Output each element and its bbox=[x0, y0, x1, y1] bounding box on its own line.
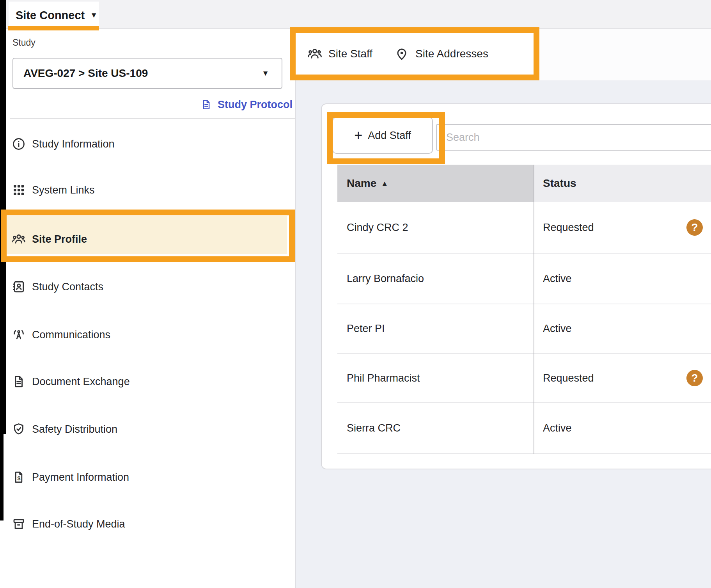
svg-text:$: $ bbox=[17, 475, 20, 481]
invoice-icon: $ bbox=[12, 470, 26, 484]
sidebar-item-label: End-of-Study Media bbox=[32, 518, 125, 530]
table-header-name[interactable]: Name ▲ bbox=[337, 165, 534, 202]
status-help-icon[interactable]: ? bbox=[686, 370, 703, 386]
map-pin-icon bbox=[394, 46, 409, 61]
sidebar-item-document-exchange[interactable]: Document Exchange bbox=[12, 372, 287, 391]
top-strip bbox=[0, 0, 711, 29]
people-group-icon bbox=[12, 232, 26, 246]
status-help-icon[interactable]: ? bbox=[686, 219, 703, 236]
add-staff-button[interactable]: + Add Staff bbox=[332, 117, 433, 154]
active-tab-underline bbox=[8, 26, 99, 30]
sidebar-item-communications[interactable]: Communications bbox=[12, 325, 287, 344]
people-group-icon bbox=[307, 46, 322, 61]
staff-search-input[interactable] bbox=[436, 124, 711, 151]
staff-status: Requested bbox=[543, 202, 594, 253]
table-row[interactable]: Phil Pharmacist Requested ? bbox=[337, 354, 711, 403]
table-column-divider bbox=[534, 165, 534, 454]
document-icon bbox=[200, 98, 212, 112]
info-circle-icon bbox=[12, 137, 26, 151]
sidebar-item-label: Payment Information bbox=[32, 471, 129, 483]
screen-edge-bar bbox=[0, 434, 4, 520]
study-label: Study bbox=[12, 37, 35, 48]
screen-edge-bar bbox=[0, 0, 6, 434]
staff-status: Active bbox=[543, 254, 572, 304]
table-header-status[interactable]: Status bbox=[534, 165, 711, 202]
staff-name: Sierra CRC bbox=[347, 403, 401, 453]
staff-name: Phil Pharmacist bbox=[347, 354, 420, 402]
site-connect-product-tab[interactable]: Site Connect ▼ bbox=[9, 2, 99, 29]
sort-ascending-icon: ▲ bbox=[381, 179, 388, 188]
add-staff-label: Add Staff bbox=[368, 130, 411, 142]
table-row[interactable]: Sierra CRC Active bbox=[337, 403, 711, 454]
staff-name: Peter PI bbox=[347, 304, 385, 353]
sidebar-rule bbox=[10, 118, 295, 119]
sidebar-item-system-links[interactable]: System Links bbox=[12, 181, 287, 199]
study-selector[interactable]: AVEG-027 > Site US-109 ▼ bbox=[12, 58, 282, 89]
sidebar-item-label: System Links bbox=[32, 184, 95, 196]
sidebar-item-end-of-study-media[interactable]: End-of-Study Media bbox=[12, 515, 287, 533]
tab-label: Site Staff bbox=[328, 48, 372, 60]
staff-status: Active bbox=[543, 403, 572, 453]
study-protocol-link[interactable]: Study Protocol bbox=[179, 96, 293, 113]
sidebar-item-label: Study Information bbox=[32, 138, 115, 150]
table-row[interactable]: Larry Bornafacio Active bbox=[337, 254, 711, 304]
grid-icon bbox=[12, 183, 26, 197]
sidebar-item-label: Site Profile bbox=[32, 233, 87, 245]
archive-box-icon bbox=[12, 517, 26, 531]
sidebar-item-site-profile[interactable]: Site Profile bbox=[12, 230, 287, 249]
staff-name: Larry Bornafacio bbox=[347, 254, 424, 304]
tab-label: Site Addresses bbox=[415, 48, 488, 60]
staff-status: Requested bbox=[543, 354, 594, 402]
staff-name: Cindy CRC 2 bbox=[347, 202, 408, 253]
sidebar-item-label: Study Contacts bbox=[32, 281, 103, 293]
sidebar-item-payment-information[interactable]: $ Payment Information bbox=[12, 468, 287, 487]
broadcast-icon bbox=[12, 328, 26, 342]
study-protocol-label: Study Protocol bbox=[218, 99, 293, 111]
tab-site-addresses[interactable]: Site Addresses bbox=[394, 46, 488, 61]
sidebar-item-label: Safety Distribution bbox=[32, 423, 117, 435]
column-label: Status bbox=[543, 177, 576, 190]
table-row[interactable]: Peter PI Active bbox=[337, 304, 711, 354]
contact-card-icon bbox=[12, 280, 26, 294]
shield-check-icon bbox=[12, 422, 26, 436]
plus-icon: + bbox=[354, 128, 362, 142]
study-selector-value: AVEG-027 > Site US-109 bbox=[23, 67, 148, 80]
sidebar-item-study-contacts[interactable]: Study Contacts bbox=[12, 277, 287, 296]
column-label: Name bbox=[347, 177, 376, 190]
document-icon bbox=[12, 375, 26, 389]
chevron-down-icon: ▼ bbox=[90, 11, 98, 20]
site-connect-page: Site Connect ▼ Study AVEG-027 > Site US-… bbox=[0, 0, 711, 588]
product-tab-label: Site Connect bbox=[16, 9, 85, 22]
table-row[interactable]: Cindy CRC 2 Requested ? bbox=[337, 202, 711, 254]
sidebar-item-label: Communications bbox=[32, 329, 110, 341]
sidebar-item-label: Document Exchange bbox=[32, 376, 130, 388]
sidebar-item-study-information[interactable]: Study Information bbox=[12, 135, 287, 153]
staff-status: Active bbox=[543, 304, 572, 353]
sidebar-item-safety-distribution[interactable]: Safety Distribution bbox=[12, 420, 287, 439]
site-profile-tabs: Site Staff Site Addresses bbox=[290, 27, 539, 80]
tab-site-staff[interactable]: Site Staff bbox=[307, 46, 372, 61]
chevron-down-icon: ▼ bbox=[262, 69, 269, 78]
